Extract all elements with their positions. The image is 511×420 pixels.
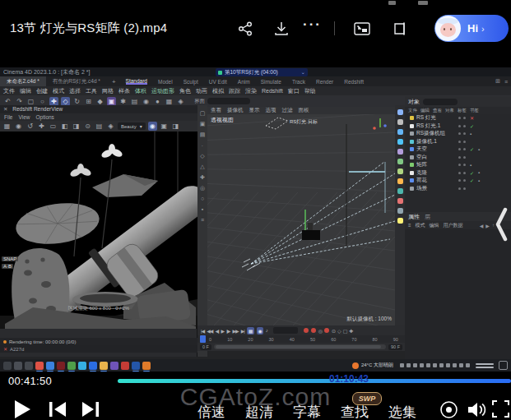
coords-icon[interactable]: ⊞ xyxy=(84,97,93,106)
attr-nav-icon-1[interactable]: ▶ xyxy=(485,223,490,228)
c4d-menu-item-9[interactable]: 运动图形 xyxy=(151,87,174,95)
light-tool-icon[interactable] xyxy=(397,218,403,224)
transport-icon-1[interactable]: ◀◀ xyxy=(207,328,212,334)
renderview-menu-2[interactable]: Options xyxy=(35,114,53,120)
object-row-9[interactable]: 场景 xyxy=(405,185,511,193)
tray-icon-0[interactable] xyxy=(400,363,404,367)
frame-field[interactable] xyxy=(273,327,298,334)
document-tab-0[interactable]: 未命名2.c4d * xyxy=(0,76,46,86)
bend-tool-icon[interactable] xyxy=(397,149,403,155)
undo-icon[interactable]: ↶ xyxy=(3,97,12,106)
close-icon[interactable]: ✕ xyxy=(3,106,7,112)
c4d-menu-item-10[interactable]: 角色 xyxy=(179,87,191,95)
range-end-field[interactable]: 90 F xyxy=(388,344,402,350)
c4d-menu-item-17[interactable]: 帮助 xyxy=(304,87,316,95)
object-row-7[interactable]: 克隆✓▪ xyxy=(405,169,511,178)
taskbar-app-red-icon[interactable] xyxy=(121,362,129,370)
renderview-tool-icon-0[interactable]: ▦ xyxy=(2,122,12,131)
tray-icon-3[interactable] xyxy=(420,363,424,367)
polygons-mode-icon[interactable]: △ xyxy=(200,164,204,169)
visibility-dot[interactable] xyxy=(458,179,461,182)
scale-icon[interactable]: ◇ xyxy=(61,97,70,106)
aov-dropdown[interactable]: Beauty ▾ xyxy=(118,122,146,130)
layout-tab-render[interactable]: Render xyxy=(316,79,333,85)
renderview-menu-1[interactable]: View xyxy=(18,114,30,120)
om-menu-2[interactable]: 查看 xyxy=(433,108,442,113)
document-tab-1[interactable]: 有鱼的RS灯光.c4d * xyxy=(46,76,107,86)
tag-tool-icon[interactable] xyxy=(397,198,403,204)
viewport-menu-5[interactable]: 面板 xyxy=(299,107,309,114)
interface-search[interactable]: 界面 xyxy=(194,98,250,105)
layout-tab-uv-edit[interactable]: UV Edit xyxy=(209,79,227,85)
view-icon[interactable]: ≡ xyxy=(201,217,204,223)
check-tag-icon[interactable]: ✓ xyxy=(470,170,474,176)
viewport-menu-4[interactable]: 过滤 xyxy=(282,107,293,114)
next-button[interactable] xyxy=(81,401,100,420)
field-tool-icon[interactable] xyxy=(397,188,403,194)
visibility-dot[interactable] xyxy=(458,125,461,127)
c4d-menu-item-12[interactable]: 模拟 xyxy=(212,87,224,95)
record-dot-icon[interactable] xyxy=(311,328,316,333)
render-settings-icon[interactable]: ✱ xyxy=(118,97,128,106)
visibility-dot[interactable] xyxy=(463,172,466,174)
c4d-menu-item-14[interactable]: 渲染 xyxy=(245,87,257,95)
player-button-4[interactable]: 选集 xyxy=(388,403,416,420)
object-row-5[interactable]: 空白 xyxy=(405,154,511,162)
visibility-dot[interactable] xyxy=(458,187,461,190)
c4d-menu-item-0[interactable]: 文件 xyxy=(3,87,15,95)
compare-icon[interactable]: ◨ xyxy=(171,122,180,131)
object-row-6[interactable]: 矩阵▪ xyxy=(405,161,511,169)
visibility-dot[interactable] xyxy=(458,132,461,135)
om-menu-5[interactable]: 书签 xyxy=(470,108,479,113)
render-canvas[interactable]: SNAP A·B xyxy=(0,132,197,329)
renderview-tool-icon-2[interactable]: ↺ xyxy=(26,122,35,131)
x-tag-icon[interactable]: ✕ xyxy=(470,115,474,121)
share-icon[interactable] xyxy=(235,19,255,39)
renderview-tool-icon-3[interactable]: ✚ xyxy=(37,122,46,131)
object-row-1[interactable]: RS 灯光.1✓ xyxy=(405,122,511,131)
notification-icon[interactable] xyxy=(499,361,508,370)
axis-mode-icon[interactable]: ✚ xyxy=(200,174,205,180)
tag-tag-icon[interactable]: ▪ xyxy=(478,147,480,152)
visibility-dot[interactable] xyxy=(458,148,461,150)
tab-objects[interactable]: 对象 xyxy=(408,98,420,106)
volume-icon[interactable] xyxy=(467,400,487,420)
taskbar-search-icon[interactable] xyxy=(14,362,22,370)
tray-icon-4[interactable] xyxy=(426,363,430,367)
c4d-menu-item-7[interactable]: 样条 xyxy=(118,87,130,95)
visibility-dot[interactable] xyxy=(463,156,466,159)
tag-tag-icon[interactable]: ▪ xyxy=(470,132,472,136)
taskbar-app-green-icon[interactable] xyxy=(67,362,76,370)
om-menu-1[interactable]: 编辑 xyxy=(420,108,430,113)
tray-icon-1[interactable] xyxy=(406,363,411,367)
transport-icon-16[interactable]: ▢ xyxy=(343,328,347,334)
weather-widget[interactable]: 24°C 大部晴朗 xyxy=(352,362,393,369)
viewport-menu-0[interactable]: 查看 xyxy=(211,107,221,114)
pen-tool-icon[interactable] xyxy=(397,109,403,115)
om-menu-3[interactable]: 对象 xyxy=(445,108,454,113)
layout-tab-simulate[interactable]: Simulate xyxy=(261,79,281,85)
viewport-menu-1[interactable]: 摄像机 xyxy=(227,107,244,114)
spline-icon[interactable]: ◉ xyxy=(142,97,151,106)
object-row-3[interactable]: 摄像机.1 xyxy=(405,138,511,146)
effector-tool-icon[interactable] xyxy=(397,168,403,174)
transport-icon-8[interactable]: ◉ xyxy=(257,327,263,335)
visibility-dot[interactable] xyxy=(463,125,466,127)
cube-tool-icon[interactable] xyxy=(397,119,403,125)
object-icon[interactable]: ▤ xyxy=(130,97,139,106)
check-tag-icon[interactable]: ✓ xyxy=(470,146,474,152)
attr-mode-2[interactable]: 编辑 xyxy=(430,222,439,229)
player-button-2[interactable]: 字幕 xyxy=(293,403,321,420)
taskbar-app-blue-icon[interactable] xyxy=(89,362,97,370)
picture-in-picture-icon[interactable] xyxy=(352,19,372,39)
visibility-dot[interactable] xyxy=(463,179,466,182)
tray-icon-5[interactable] xyxy=(433,363,437,367)
tray-icon-9[interactable] xyxy=(459,363,463,367)
transport-icon-15[interactable]: ◇ xyxy=(337,328,341,334)
viewport-menu-2[interactable]: 显示 xyxy=(249,107,260,114)
renderview-title-bar[interactable]: ✕ Redshift RenderView xyxy=(0,105,197,113)
move-icon[interactable]: ✚ xyxy=(49,97,58,106)
timeline-playhead[interactable] xyxy=(200,335,206,343)
c4d-menu-item-11[interactable]: 动画 xyxy=(196,87,207,95)
taskbar-edge-icon[interactable] xyxy=(46,362,54,370)
